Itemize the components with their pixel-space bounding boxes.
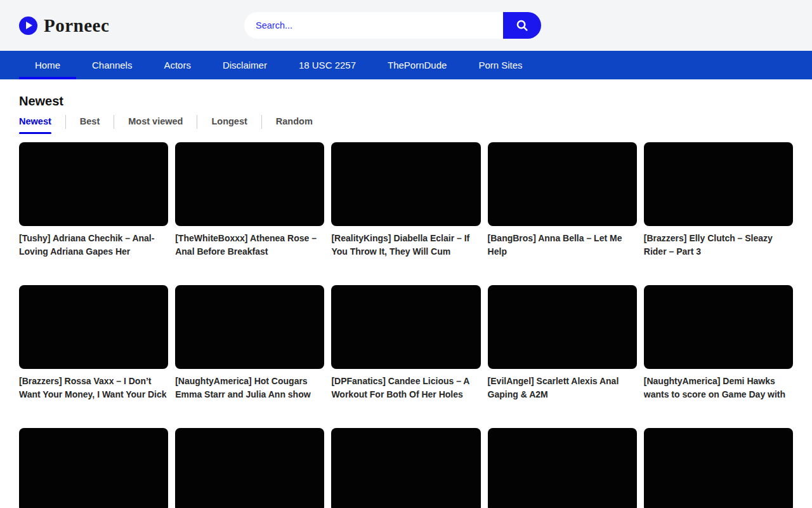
video-card[interactable]: [Brazzers] Rossa Vaxx – I Don’t Want You… (19, 285, 168, 401)
tab-divider (197, 115, 197, 129)
video-title: [Tushy] Adriana Chechik – Anal-Loving Ad… (19, 232, 168, 258)
nav-item-home[interactable]: Home (19, 51, 76, 79)
tab-newest[interactable]: Newest (19, 116, 51, 134)
video-title: [DPFanatics] Candee Licious – A Workout … (331, 375, 480, 401)
video-title: [Brazzers] Elly Clutch – Sleazy Rider – … (644, 232, 793, 258)
video-title: [NaughtyAmerica] Demi Hawks wants to sco… (644, 375, 793, 401)
video-title: [NaughtyAmerica] Hot Cougars Emma Starr … (175, 375, 324, 401)
video-thumbnail (488, 142, 637, 226)
video-thumbnail (331, 428, 480, 508)
tab-most-viewed[interactable]: Most viewed (128, 116, 183, 127)
play-icon (19, 17, 37, 35)
video-thumbnail (175, 285, 324, 369)
brand-name: Porneec (44, 15, 109, 36)
video-thumbnail (175, 142, 324, 226)
video-title: [RealityKings] Diabella Eclair – If You … (331, 232, 480, 258)
main-content: Newest Newest Best Most viewed Longest R… (0, 94, 812, 508)
video-thumbnail (644, 142, 793, 226)
search-input[interactable] (244, 12, 503, 39)
tab-divider (261, 115, 262, 129)
video-card[interactable] (175, 428, 324, 508)
main-nav: Home Channels Actors Disclaimer 18 USC 2… (0, 51, 812, 79)
video-thumbnail (19, 428, 168, 508)
video-thumbnail (175, 428, 324, 508)
video-card[interactable]: [TheWhiteBoxxx] Athenea Rose – Anal Befo… (175, 142, 324, 258)
video-card[interactable] (488, 428, 637, 508)
video-card[interactable]: [RealityKings] Diabella Eclair – If You … (331, 142, 480, 258)
tab-divider (65, 115, 66, 129)
nav-item-porn-sites[interactable]: Porn Sites (462, 51, 538, 79)
tab-random[interactable]: Random (276, 116, 313, 127)
video-card[interactable]: [EvilAngel] Scarlett Alexis Anal Gaping … (488, 285, 637, 401)
page-title: Newest (19, 94, 793, 109)
nav-item-actors[interactable]: Actors (148, 51, 207, 79)
video-thumbnail (331, 285, 480, 369)
video-card[interactable] (19, 428, 168, 508)
video-card[interactable]: [NaughtyAmerica] Hot Cougars Emma Starr … (175, 285, 324, 401)
search-bar (244, 12, 541, 39)
tab-divider (114, 115, 114, 129)
search-icon (515, 18, 529, 32)
tab-best[interactable]: Best (80, 116, 100, 127)
video-card[interactable]: [NaughtyAmerica] Demi Hawks wants to sco… (644, 285, 793, 401)
video-card[interactable]: [Tushy] Adriana Chechik – Anal-Loving Ad… (19, 142, 168, 258)
video-card[interactable]: [DPFanatics] Candee Licious – A Workout … (331, 285, 480, 401)
video-title: [EvilAngel] Scarlett Alexis Anal Gaping … (488, 375, 637, 401)
video-title: [TheWhiteBoxxx] Athenea Rose – Anal Befo… (175, 232, 324, 258)
header: Porneec (0, 0, 812, 51)
nav-item-disclaimer[interactable]: Disclaimer (207, 51, 283, 79)
video-thumbnail (488, 428, 637, 508)
video-title: [BangBros] Anna Bella – Let Me Help (488, 232, 637, 258)
video-card[interactable] (644, 428, 793, 508)
brand-logo[interactable]: Porneec (19, 15, 109, 36)
nav-item-18-usc-2257[interactable]: 18 USC 2257 (283, 51, 372, 79)
video-card[interactable]: [Brazzers] Elly Clutch – Sleazy Rider – … (644, 142, 793, 258)
video-thumbnail (488, 285, 637, 369)
sort-tabs: Newest Best Most viewed Longest Random (19, 116, 793, 134)
video-grid: [Tushy] Adriana Chechik – Anal-Loving Ad… (19, 142, 793, 508)
tab-longest[interactable]: Longest (211, 116, 247, 127)
nav-item-theporndude[interactable]: ThePornDude (372, 51, 462, 79)
video-thumbnail (331, 142, 480, 226)
video-card[interactable] (331, 428, 480, 508)
video-thumbnail (19, 142, 168, 226)
video-title: [Brazzers] Rossa Vaxx – I Don’t Want You… (19, 375, 168, 401)
search-button[interactable] (503, 12, 541, 39)
nav-item-channels[interactable]: Channels (76, 51, 148, 79)
video-thumbnail (19, 285, 168, 369)
video-thumbnail (644, 428, 793, 508)
video-thumbnail (644, 285, 793, 369)
video-card[interactable]: [BangBros] Anna Bella – Let Me Help (488, 142, 637, 258)
